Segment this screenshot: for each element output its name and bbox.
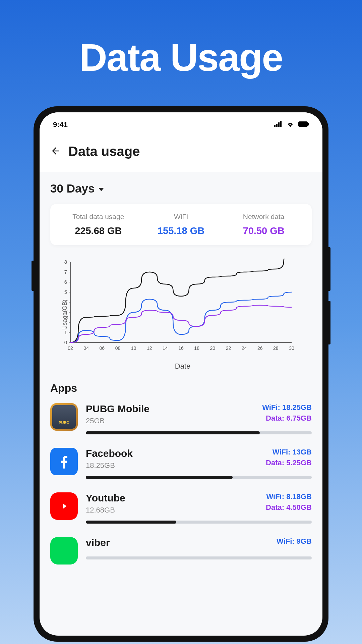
- apps-list: PUBG Mobile 25GB WiFi: 18.25GB Data: 6.7…: [50, 403, 312, 565]
- svg-text:12: 12: [147, 345, 152, 351]
- app-name: Facebook: [86, 448, 133, 459]
- app-row[interactable]: viber WiFi: 9GB: [50, 537, 312, 565]
- svg-text:16: 16: [178, 345, 184, 351]
- svg-rect-2: [278, 122, 280, 127]
- app-total: 25GB: [86, 417, 149, 425]
- svg-rect-5: [308, 123, 309, 125]
- svg-text:6: 6: [64, 279, 67, 285]
- progress-bar: [86, 521, 312, 524]
- svg-text:0: 0: [64, 339, 67, 345]
- progress-bar: [86, 431, 312, 434]
- phone-screen: 9:41 Data usage 30 Days: [40, 112, 322, 636]
- app-wifi: WiFi: 9GB: [277, 537, 312, 546]
- svg-rect-0: [274, 125, 276, 127]
- progress-fill: [86, 431, 260, 434]
- summary-total-value: 225.68 GB: [57, 225, 140, 236]
- app-row[interactable]: Facebook 18.25GB WiFi: 13GB Data: 5.25GB: [50, 448, 312, 479]
- svg-rect-3: [280, 121, 282, 127]
- status-icons: [274, 121, 309, 128]
- svg-text:14: 14: [163, 345, 168, 351]
- progress-fill: [86, 476, 233, 479]
- app-name: Youtube: [86, 492, 125, 504]
- phone-side-button: [32, 261, 34, 291]
- svg-text:5: 5: [64, 289, 67, 295]
- svg-text:8: 8: [64, 259, 67, 265]
- svg-rect-1: [276, 124, 278, 127]
- svg-text:02: 02: [68, 345, 73, 351]
- chevron-down-icon: [99, 188, 104, 191]
- progress-fill: [86, 521, 176, 524]
- app-row[interactable]: PUBG Mobile 25GB WiFi: 18.25GB Data: 6.7…: [50, 403, 312, 434]
- status-time: 9:41: [53, 120, 68, 129]
- app-data: Data: 6.75GB: [262, 414, 312, 423]
- app-data: Data: 5.25GB: [266, 459, 312, 467]
- app-name: viber: [86, 537, 110, 548]
- app-icon-youtube: [50, 492, 78, 520]
- battery-icon: [298, 121, 309, 128]
- page-title: Data usage: [68, 144, 140, 159]
- app-icon-viber: [50, 537, 78, 565]
- app-wifi: WiFi: 18.25GB: [262, 403, 312, 412]
- app-name: PUBG Mobile: [86, 403, 149, 415]
- svg-text:26: 26: [257, 345, 263, 351]
- progress-bar: [86, 556, 312, 559]
- app-total: 12.68GB: [86, 506, 125, 515]
- app-icon-facebook: [50, 448, 78, 475]
- phone-frame: 9:41 Data usage 30 Days: [34, 106, 328, 642]
- back-button[interactable]: [50, 146, 61, 158]
- app-data: Data: 4.50GB: [266, 503, 312, 512]
- wifi-icon: [286, 121, 294, 128]
- summary-network-label: Network data: [222, 213, 305, 221]
- chart-svg: 012345678020406081012141618202224262830: [54, 259, 295, 356]
- apps-section-title: Apps: [50, 382, 312, 394]
- phone-side-button: [328, 301, 330, 344]
- app-wifi: WiFi: 13GB: [266, 448, 312, 457]
- summary-network-value: 70.50 GB: [222, 225, 305, 236]
- svg-text:18: 18: [194, 345, 199, 351]
- svg-text:06: 06: [99, 345, 105, 351]
- chart-ylabel: Usage(GB): [61, 300, 68, 330]
- summary-card: Total data usage 225.68 GB WiFi 155.18 G…: [50, 204, 312, 245]
- hero-title: Data Usage: [0, 0, 362, 79]
- app-info: viber WiFi: 9GB: [86, 537, 312, 565]
- summary-wifi-value: 155.18 GB: [140, 225, 223, 236]
- status-bar: 9:41: [40, 112, 322, 134]
- svg-text:04: 04: [83, 345, 89, 351]
- chart-xlabel: Date: [54, 362, 312, 371]
- usage-chart: Usage(GB) 012345678020406081012141618202…: [54, 259, 312, 371]
- svg-text:24: 24: [242, 345, 247, 351]
- period-label: 30 Days: [50, 182, 95, 195]
- app-wifi: WiFi: 8.18GB: [266, 492, 312, 501]
- app-info: Youtube 12.68GB WiFi: 8.18GB Data: 4.50G…: [86, 492, 312, 524]
- summary-total: Total data usage 225.68 GB: [57, 213, 140, 236]
- signal-icon: [274, 121, 282, 128]
- app-total: 18.25GB: [86, 461, 133, 470]
- app-info: Facebook 18.25GB WiFi: 13GB Data: 5.25GB: [86, 448, 312, 479]
- app-info: PUBG Mobile 25GB WiFi: 18.25GB Data: 6.7…: [86, 403, 312, 434]
- svg-text:30: 30: [289, 345, 294, 351]
- svg-text:10: 10: [131, 345, 136, 351]
- period-selector[interactable]: 30 Days: [50, 182, 312, 195]
- summary-total-label: Total data usage: [57, 213, 140, 221]
- svg-text:1: 1: [64, 329, 67, 335]
- svg-text:22: 22: [226, 345, 231, 351]
- svg-text:08: 08: [115, 345, 121, 351]
- content-area: 30 Days Total data usage 225.68 GB WiFi …: [40, 172, 322, 565]
- phone-side-button: [328, 247, 330, 291]
- svg-rect-4: [298, 121, 308, 127]
- svg-text:20: 20: [210, 345, 215, 351]
- summary-wifi-label: WiFi: [140, 213, 223, 221]
- svg-text:28: 28: [273, 345, 279, 351]
- summary-network: Network data 70.50 GB: [222, 213, 305, 236]
- app-icon-pubg: [50, 403, 78, 431]
- app-row[interactable]: Youtube 12.68GB WiFi: 8.18GB Data: 4.50G…: [50, 492, 312, 524]
- progress-bar: [86, 476, 312, 479]
- svg-text:7: 7: [64, 269, 67, 275]
- app-header: Data usage: [40, 134, 322, 172]
- summary-wifi: WiFi 155.18 GB: [140, 213, 223, 236]
